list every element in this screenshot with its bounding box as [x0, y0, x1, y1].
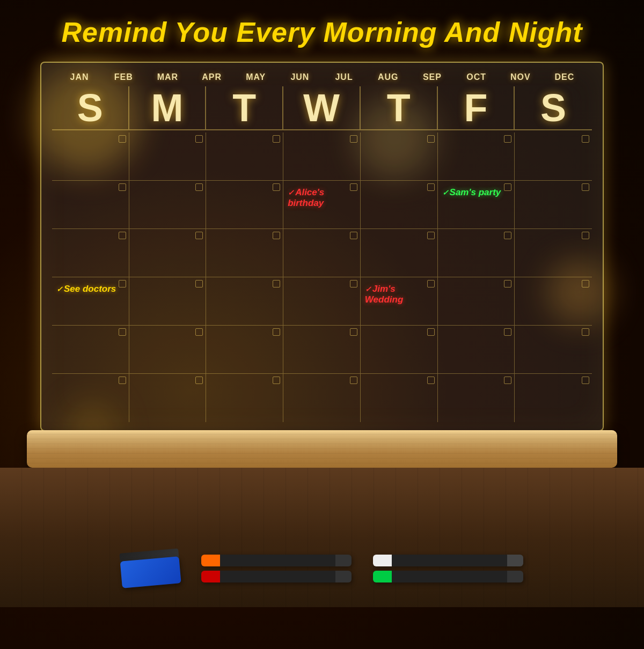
cell-r3c4	[283, 229, 361, 277]
cell-r6c3	[206, 374, 283, 422]
cell-r6c7	[515, 374, 592, 422]
event-jims-wedding: ✓Jim's Wedding	[365, 284, 435, 306]
cell-r4c5-jims-wedding: ✓Jim's Wedding	[361, 277, 438, 326]
event-alices-birthday: ✓Alice's birthday	[288, 187, 358, 209]
checkmark-icon-3: ✓	[56, 285, 63, 293]
acrylic-board: JAN FEB MAR APR MAY JUN JUL AUG SEP OCT …	[40, 62, 604, 431]
cell-r6c5	[361, 374, 438, 422]
cell-r5c4	[283, 326, 361, 374]
cell-r3c5	[361, 229, 438, 277]
cell-r3c7	[515, 229, 592, 277]
cell-r1c1	[52, 132, 129, 181]
marker-orange	[201, 555, 352, 566]
cell-r3c6	[438, 229, 515, 277]
cell-r1c4	[283, 132, 361, 181]
day-thursday: T	[361, 86, 438, 130]
month-feb: FEB	[101, 72, 145, 82]
day-sunday: S	[52, 86, 129, 130]
marker-white	[373, 555, 523, 566]
cell-r5c6	[438, 326, 515, 374]
cell-r6c1	[52, 374, 129, 422]
cell-r5c5	[361, 326, 438, 374]
cell-r5c3	[206, 326, 283, 374]
cell-r4c4	[283, 277, 361, 326]
marker-red-body	[220, 571, 335, 582]
cell-r2c5	[361, 181, 438, 229]
days-header: S M T W T F S	[52, 86, 592, 130]
cell-r3c1	[52, 229, 129, 277]
accessories-row	[80, 551, 564, 586]
cell-r1c2	[129, 132, 207, 181]
page-title: Remind You Every Morning And Night	[62, 16, 583, 48]
cell-r4c3	[206, 277, 283, 326]
day-wednesday: W	[283, 86, 361, 130]
calendar-grid: ✓Alice's birthday ✓Sam's party	[52, 132, 592, 422]
cell-r4c7	[515, 277, 592, 326]
month-jan: JAN	[57, 72, 101, 82]
cell-r2c7	[515, 181, 592, 229]
event-sams-party: ✓Sam's party	[442, 187, 513, 198]
month-aug: AUG	[366, 72, 410, 82]
cell-r2c6-sams-party: ✓Sam's party	[438, 181, 515, 229]
marker-red-tip	[201, 571, 220, 582]
month-jun: JUN	[278, 72, 322, 82]
marker-white-body	[392, 555, 507, 566]
cell-r4c2	[129, 277, 207, 326]
month-jul: JUL	[322, 72, 366, 82]
marker-red-cap	[335, 571, 352, 582]
event-see-doctors: ✓See doctors	[56, 284, 127, 294]
checkmark-icon-4: ✓	[365, 285, 371, 293]
board-wrapper: JAN FEB MAR APR MAY JUN JUL AUG SEP OCT …	[27, 62, 617, 468]
cell-r2c2	[129, 181, 207, 229]
marker-orange-cap	[335, 555, 352, 566]
cell-r6c4	[283, 374, 361, 422]
month-dec: DEC	[543, 72, 587, 82]
cell-r1c7	[515, 132, 592, 181]
checkmark-icon: ✓	[288, 188, 294, 197]
month-apr: APR	[189, 72, 233, 82]
day-saturday: S	[515, 86, 592, 130]
cell-r3c3	[206, 229, 283, 277]
markers-group-2	[373, 555, 523, 582]
marker-orange-body	[220, 555, 335, 566]
cell-r2c3	[206, 181, 283, 229]
marker-red	[201, 571, 352, 582]
day-friday: F	[438, 86, 515, 130]
cell-r5c7	[515, 326, 592, 374]
cell-r5c2	[129, 326, 207, 374]
cell-r3c2	[129, 229, 207, 277]
cell-r6c6	[438, 374, 515, 422]
eraser-blue-part	[120, 556, 181, 588]
marker-green-body	[392, 571, 507, 582]
markers-group-1	[201, 555, 352, 582]
months-row: JAN FEB MAR APR MAY JUN JUL AUG SEP OCT …	[52, 72, 592, 82]
checkmark-icon-2: ✓	[442, 188, 449, 197]
marker-orange-tip	[201, 555, 220, 566]
eraser	[119, 548, 181, 588]
day-tuesday: T	[206, 86, 283, 130]
marker-green-tip	[373, 571, 392, 582]
cell-r1c3	[206, 132, 283, 181]
month-nov: NOV	[499, 72, 543, 82]
cell-r6c2	[129, 374, 207, 422]
marker-white-tip	[373, 555, 392, 566]
month-may: MAY	[234, 72, 278, 82]
cell-r4c1-see-doctors: ✓See doctors	[52, 277, 129, 326]
marker-green	[373, 571, 523, 582]
table-surface	[0, 468, 644, 607]
wood-base	[27, 430, 617, 468]
cell-r5c1	[52, 326, 129, 374]
month-sep: SEP	[410, 72, 454, 82]
marker-white-cap	[507, 555, 523, 566]
cell-r2c4-alices-birthday: ✓Alice's birthday	[283, 181, 361, 229]
month-mar: MAR	[145, 72, 189, 82]
cell-r4c6	[438, 277, 515, 326]
month-oct: OCT	[455, 72, 499, 82]
cell-r1c6	[438, 132, 515, 181]
day-monday: M	[129, 86, 207, 130]
main-content: Remind You Every Morning And Night JAN F…	[0, 0, 644, 607]
marker-green-cap	[507, 571, 523, 582]
cell-r2c1	[52, 181, 129, 229]
cell-r1c5	[361, 132, 438, 181]
